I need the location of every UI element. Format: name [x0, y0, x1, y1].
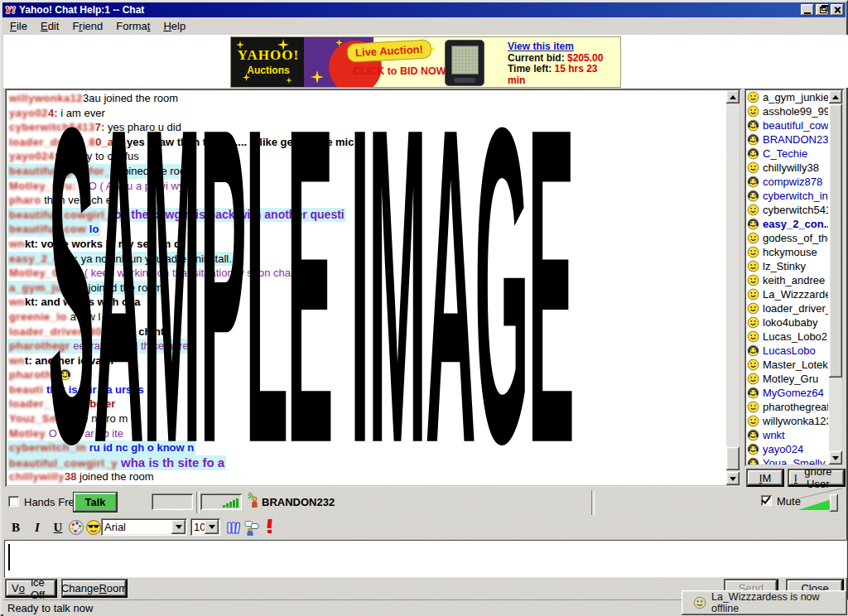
stack-icon[interactable]	[225, 519, 242, 536]
scroll-down-button[interactable]	[726, 472, 740, 485]
user-list-item[interactable]: Motley_Gru	[747, 372, 828, 386]
restore-button[interactable]	[816, 4, 829, 16]
talk-button[interactable]: Talk	[73, 492, 118, 513]
menu-help[interactable]: Help	[157, 19, 192, 33]
smiley-icon	[747, 161, 759, 174]
offline-notification[interactable]: La_Wizzzardess is now offline	[682, 590, 847, 615]
im-button[interactable]: IM	[746, 469, 784, 487]
user-list-item[interactable]: yayo024	[747, 442, 828, 456]
user-list-item[interactable]: MyGomez64	[747, 386, 828, 400]
italic-button[interactable]: I	[28, 518, 46, 537]
font-size-select[interactable]: 10	[190, 518, 220, 536]
user-name: willywonka123au	[763, 415, 828, 427]
window-title: Yahoo! Chat Help:1 -- Chat	[19, 4, 144, 16]
smiley-icon	[747, 204, 759, 216]
yahoo-auctions-logo: YAHOO! Auctions	[234, 47, 302, 76]
user-list-item[interactable]: compwiz878	[747, 175, 828, 189]
user-list-item[interactable]: loader_driver_8...	[747, 301, 828, 315]
smiley-icon	[747, 105, 759, 118]
user-list-item[interactable]: BRANDON232	[747, 132, 828, 147]
voice-smiley-icon	[747, 344, 759, 357]
user-name: beautiful_cowgir...	[763, 119, 828, 132]
font-family-select[interactable]: Arial	[101, 518, 187, 536]
minimize-button[interactable]	[801, 4, 814, 16]
user-name: cyberwitch54137	[763, 204, 828, 216]
user-name: La_Wizzzardess	[763, 288, 828, 301]
user-list-scrollbar[interactable]	[829, 90, 842, 464]
user-list-item[interactable]: cyberwitch54137	[747, 203, 828, 217]
menu-friend[interactable]: Friend	[65, 19, 109, 33]
chat-scrollbar-thumb[interactable]	[726, 447, 740, 470]
user-list-item[interactable]: a_gym_junkie	[747, 90, 828, 104]
chat-scrollbar-track[interactable]	[726, 103, 740, 472]
title-bar[interactable]: Y! Yahoo! Chat Help:1 -- Chat	[2, 2, 846, 17]
user-scrollbar-thumb[interactable]	[829, 104, 842, 378]
menu-file[interactable]: File	[3, 19, 34, 33]
user-list-item[interactable]: hckymouse	[747, 245, 828, 259]
menu-format[interactable]: Format	[109, 19, 157, 33]
ad-strip: YAHOO! Auctions Live Auction! CLICK to B…	[3, 35, 848, 88]
user-name: asshole99_99	[763, 105, 828, 118]
close-window-button[interactable]	[831, 4, 844, 16]
menu-edit[interactable]: Edit	[34, 19, 65, 33]
mute-checkbox[interactable]	[761, 495, 772, 506]
user-list-item[interactable]: wnkt	[747, 428, 828, 442]
ignore-user-button[interactable]: Ignore User	[788, 469, 846, 487]
user-list-item[interactable]: pharothegreat	[747, 400, 828, 414]
underline-button[interactable]: U	[49, 518, 67, 537]
user-name: loader_driver_8...	[763, 302, 828, 315]
user-list-item[interactable]: Lucas_Lobo2	[747, 330, 828, 344]
user-list-item[interactable]: LucasLobo	[747, 344, 828, 358]
user-list-item[interactable]: easy_2_con...	[747, 217, 828, 231]
more-computers-link[interactable]: More Computers...	[508, 86, 617, 88]
view-item-link[interactable]: View this item	[508, 41, 617, 53]
user-list-item[interactable]: La_Wizzzardess	[747, 287, 828, 301]
user-list-item[interactable]: lz_Stinky	[747, 259, 828, 273]
exclamation-icon[interactable]	[263, 519, 275, 536]
change-room-button[interactable]: Change Room	[61, 579, 128, 598]
smiley-icon	[747, 316, 759, 329]
scroll-up-button[interactable]	[829, 90, 842, 103]
hands-free-checkbox[interactable]	[8, 496, 19, 507]
sunglasses-smiley-icon[interactable]	[85, 519, 102, 536]
bold-button[interactable]: B	[7, 518, 25, 537]
scroll-up-button[interactable]	[726, 90, 740, 103]
chatters-icon[interactable]	[243, 519, 260, 536]
user-list-item[interactable]: Master_Lotek	[747, 358, 828, 372]
dropdown-arrow-button[interactable]	[205, 520, 219, 534]
smiley-icon	[747, 302, 759, 315]
user-list-item[interactable]: cyberwitch_in_d...	[747, 189, 828, 203]
user-name: hckymouse	[763, 246, 817, 258]
user-list-item[interactable]: loko4ubaby	[747, 315, 828, 330]
font-family-value: Arial	[101, 521, 171, 533]
chat-transcript-panel[interactable]: willywonka123au joined the roomyayo024: …	[5, 89, 741, 487]
user-list-item[interactable]: Youa_Smelly	[747, 456, 828, 464]
voice-smiley-icon	[747, 218, 759, 230]
message-input[interactable]	[4, 540, 847, 578]
user-name: keith_andree	[763, 274, 825, 286]
dropdown-arrow-button[interactable]	[171, 520, 186, 534]
user-list-panel[interactable]: a_gym_junkie asshole99_99 beautiful_cowg…	[744, 89, 844, 466]
user-list-item[interactable]: keith_andree	[747, 273, 828, 287]
volume-slider-thumb[interactable]	[830, 494, 838, 512]
pda-product-image	[445, 40, 484, 86]
chat-scrollbar[interactable]	[726, 90, 740, 485]
voice-off-button[interactable]: Voice Off	[5, 579, 57, 598]
ad-info-block: View this item Current bid: $205.00 Time…	[508, 41, 617, 88]
user-list-item[interactable]: beautiful_cowgir...	[747, 118, 828, 132]
user-name: lz_Stinky	[763, 260, 806, 272]
color-palette-icon[interactable]	[68, 519, 84, 536]
user-name: easy_2_con...	[763, 218, 828, 230]
user-list-item[interactable]: godess_of_the_...	[747, 231, 828, 245]
user-list-item[interactable]: willywonka123au	[747, 414, 828, 428]
voice-smiley-icon	[747, 147, 759, 160]
scroll-down-button[interactable]	[829, 451, 842, 464]
ad-cta-text[interactable]: CLICK to BID NOW!	[353, 65, 450, 77]
user-name: godess_of_the_...	[763, 232, 828, 244]
ad-headline: Live Auction!	[346, 39, 431, 62]
banner-ad[interactable]: YAHOO! Auctions Live Auction! CLICK to B…	[230, 36, 621, 88]
user-list-item[interactable]: C_Techie	[747, 147, 828, 161]
offline-notification-text: La_Wizzzardess is now offline	[711, 591, 847, 614]
user-list-item[interactable]: chillywilly38	[747, 161, 828, 175]
user-list-item[interactable]: asshole99_99	[747, 104, 828, 118]
